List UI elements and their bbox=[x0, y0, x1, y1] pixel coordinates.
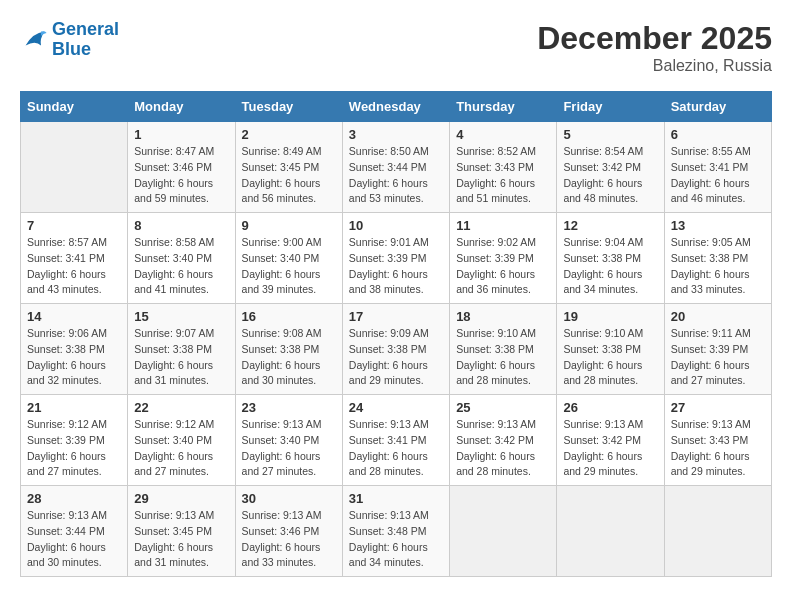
day-header-wednesday: Wednesday bbox=[342, 92, 449, 122]
calendar-cell: 20Sunrise: 9:11 AMSunset: 3:39 PMDayligh… bbox=[664, 304, 771, 395]
calendar-cell: 16Sunrise: 9:08 AMSunset: 3:38 PMDayligh… bbox=[235, 304, 342, 395]
day-info: Sunrise: 9:13 AMSunset: 3:43 PMDaylight:… bbox=[671, 417, 765, 480]
calendar-cell bbox=[21, 122, 128, 213]
day-number: 29 bbox=[134, 491, 228, 506]
calendar-cell: 22Sunrise: 9:12 AMSunset: 3:40 PMDayligh… bbox=[128, 395, 235, 486]
calendar-cell: 25Sunrise: 9:13 AMSunset: 3:42 PMDayligh… bbox=[450, 395, 557, 486]
calendar-cell: 27Sunrise: 9:13 AMSunset: 3:43 PMDayligh… bbox=[664, 395, 771, 486]
logo-blue: Blue bbox=[52, 39, 91, 59]
day-info: Sunrise: 9:00 AMSunset: 3:40 PMDaylight:… bbox=[242, 235, 336, 298]
calendar-cell: 28Sunrise: 9:13 AMSunset: 3:44 PMDayligh… bbox=[21, 486, 128, 577]
logo-general: General bbox=[52, 19, 119, 39]
day-info: Sunrise: 9:13 AMSunset: 3:41 PMDaylight:… bbox=[349, 417, 443, 480]
day-info: Sunrise: 8:57 AMSunset: 3:41 PMDaylight:… bbox=[27, 235, 121, 298]
calendar-cell: 18Sunrise: 9:10 AMSunset: 3:38 PMDayligh… bbox=[450, 304, 557, 395]
location-title: Balezino, Russia bbox=[537, 57, 772, 75]
day-info: Sunrise: 9:11 AMSunset: 3:39 PMDaylight:… bbox=[671, 326, 765, 389]
calendar-cell bbox=[664, 486, 771, 577]
day-header-monday: Monday bbox=[128, 92, 235, 122]
day-number: 19 bbox=[563, 309, 657, 324]
day-header-thursday: Thursday bbox=[450, 92, 557, 122]
day-number: 27 bbox=[671, 400, 765, 415]
calendar-cell: 30Sunrise: 9:13 AMSunset: 3:46 PMDayligh… bbox=[235, 486, 342, 577]
day-number: 2 bbox=[242, 127, 336, 142]
day-info: Sunrise: 9:10 AMSunset: 3:38 PMDaylight:… bbox=[563, 326, 657, 389]
calendar-cell: 10Sunrise: 9:01 AMSunset: 3:39 PMDayligh… bbox=[342, 213, 449, 304]
day-number: 9 bbox=[242, 218, 336, 233]
month-title: December 2025 bbox=[537, 20, 772, 57]
day-number: 23 bbox=[242, 400, 336, 415]
calendar-cell: 24Sunrise: 9:13 AMSunset: 3:41 PMDayligh… bbox=[342, 395, 449, 486]
calendar-cell: 8Sunrise: 8:58 AMSunset: 3:40 PMDaylight… bbox=[128, 213, 235, 304]
day-info: Sunrise: 9:04 AMSunset: 3:38 PMDaylight:… bbox=[563, 235, 657, 298]
logo-icon bbox=[20, 26, 48, 54]
week-row-1: 1Sunrise: 8:47 AMSunset: 3:46 PMDaylight… bbox=[21, 122, 772, 213]
day-number: 24 bbox=[349, 400, 443, 415]
day-number: 20 bbox=[671, 309, 765, 324]
day-header-friday: Friday bbox=[557, 92, 664, 122]
day-info: Sunrise: 9:13 AMSunset: 3:42 PMDaylight:… bbox=[456, 417, 550, 480]
day-number: 5 bbox=[563, 127, 657, 142]
day-number: 12 bbox=[563, 218, 657, 233]
day-number: 30 bbox=[242, 491, 336, 506]
day-info: Sunrise: 9:07 AMSunset: 3:38 PMDaylight:… bbox=[134, 326, 228, 389]
calendar-cell: 3Sunrise: 8:50 AMSunset: 3:44 PMDaylight… bbox=[342, 122, 449, 213]
day-number: 26 bbox=[563, 400, 657, 415]
calendar-cell bbox=[450, 486, 557, 577]
day-number: 14 bbox=[27, 309, 121, 324]
page-header: General Blue December 2025 Balezino, Rus… bbox=[20, 20, 772, 75]
calendar-cell: 17Sunrise: 9:09 AMSunset: 3:38 PMDayligh… bbox=[342, 304, 449, 395]
logo: General Blue bbox=[20, 20, 119, 60]
day-number: 15 bbox=[134, 309, 228, 324]
calendar-cell: 11Sunrise: 9:02 AMSunset: 3:39 PMDayligh… bbox=[450, 213, 557, 304]
day-number: 11 bbox=[456, 218, 550, 233]
day-info: Sunrise: 9:02 AMSunset: 3:39 PMDaylight:… bbox=[456, 235, 550, 298]
day-header-tuesday: Tuesday bbox=[235, 92, 342, 122]
day-number: 6 bbox=[671, 127, 765, 142]
calendar-cell: 13Sunrise: 9:05 AMSunset: 3:38 PMDayligh… bbox=[664, 213, 771, 304]
calendar-cell: 14Sunrise: 9:06 AMSunset: 3:38 PMDayligh… bbox=[21, 304, 128, 395]
calendar-cell: 29Sunrise: 9:13 AMSunset: 3:45 PMDayligh… bbox=[128, 486, 235, 577]
day-number: 7 bbox=[27, 218, 121, 233]
week-row-5: 28Sunrise: 9:13 AMSunset: 3:44 PMDayligh… bbox=[21, 486, 772, 577]
day-info: Sunrise: 9:12 AMSunset: 3:39 PMDaylight:… bbox=[27, 417, 121, 480]
week-row-4: 21Sunrise: 9:12 AMSunset: 3:39 PMDayligh… bbox=[21, 395, 772, 486]
day-info: Sunrise: 9:12 AMSunset: 3:40 PMDaylight:… bbox=[134, 417, 228, 480]
calendar-cell: 7Sunrise: 8:57 AMSunset: 3:41 PMDaylight… bbox=[21, 213, 128, 304]
day-info: Sunrise: 8:49 AMSunset: 3:45 PMDaylight:… bbox=[242, 144, 336, 207]
day-info: Sunrise: 9:10 AMSunset: 3:38 PMDaylight:… bbox=[456, 326, 550, 389]
calendar-cell: 19Sunrise: 9:10 AMSunset: 3:38 PMDayligh… bbox=[557, 304, 664, 395]
calendar-cell: 26Sunrise: 9:13 AMSunset: 3:42 PMDayligh… bbox=[557, 395, 664, 486]
calendar-header-row: SundayMondayTuesdayWednesdayThursdayFrid… bbox=[21, 92, 772, 122]
calendar-cell: 6Sunrise: 8:55 AMSunset: 3:41 PMDaylight… bbox=[664, 122, 771, 213]
day-info: Sunrise: 9:13 AMSunset: 3:48 PMDaylight:… bbox=[349, 508, 443, 571]
day-info: Sunrise: 9:06 AMSunset: 3:38 PMDaylight:… bbox=[27, 326, 121, 389]
calendar-cell: 4Sunrise: 8:52 AMSunset: 3:43 PMDaylight… bbox=[450, 122, 557, 213]
day-info: Sunrise: 9:13 AMSunset: 3:46 PMDaylight:… bbox=[242, 508, 336, 571]
day-header-saturday: Saturday bbox=[664, 92, 771, 122]
day-info: Sunrise: 9:13 AMSunset: 3:42 PMDaylight:… bbox=[563, 417, 657, 480]
day-number: 31 bbox=[349, 491, 443, 506]
day-number: 3 bbox=[349, 127, 443, 142]
day-info: Sunrise: 9:08 AMSunset: 3:38 PMDaylight:… bbox=[242, 326, 336, 389]
calendar-cell: 5Sunrise: 8:54 AMSunset: 3:42 PMDaylight… bbox=[557, 122, 664, 213]
day-number: 21 bbox=[27, 400, 121, 415]
day-number: 17 bbox=[349, 309, 443, 324]
day-info: Sunrise: 8:54 AMSunset: 3:42 PMDaylight:… bbox=[563, 144, 657, 207]
day-info: Sunrise: 9:05 AMSunset: 3:38 PMDaylight:… bbox=[671, 235, 765, 298]
calendar-cell: 9Sunrise: 9:00 AMSunset: 3:40 PMDaylight… bbox=[235, 213, 342, 304]
calendar-cell: 23Sunrise: 9:13 AMSunset: 3:40 PMDayligh… bbox=[235, 395, 342, 486]
day-info: Sunrise: 8:55 AMSunset: 3:41 PMDaylight:… bbox=[671, 144, 765, 207]
day-number: 4 bbox=[456, 127, 550, 142]
day-number: 28 bbox=[27, 491, 121, 506]
day-info: Sunrise: 9:01 AMSunset: 3:39 PMDaylight:… bbox=[349, 235, 443, 298]
calendar-cell: 1Sunrise: 8:47 AMSunset: 3:46 PMDaylight… bbox=[128, 122, 235, 213]
day-number: 25 bbox=[456, 400, 550, 415]
logo-text: General Blue bbox=[52, 20, 119, 60]
calendar-cell: 21Sunrise: 9:12 AMSunset: 3:39 PMDayligh… bbox=[21, 395, 128, 486]
day-info: Sunrise: 8:52 AMSunset: 3:43 PMDaylight:… bbox=[456, 144, 550, 207]
day-number: 13 bbox=[671, 218, 765, 233]
day-number: 18 bbox=[456, 309, 550, 324]
day-header-sunday: Sunday bbox=[21, 92, 128, 122]
day-number: 8 bbox=[134, 218, 228, 233]
